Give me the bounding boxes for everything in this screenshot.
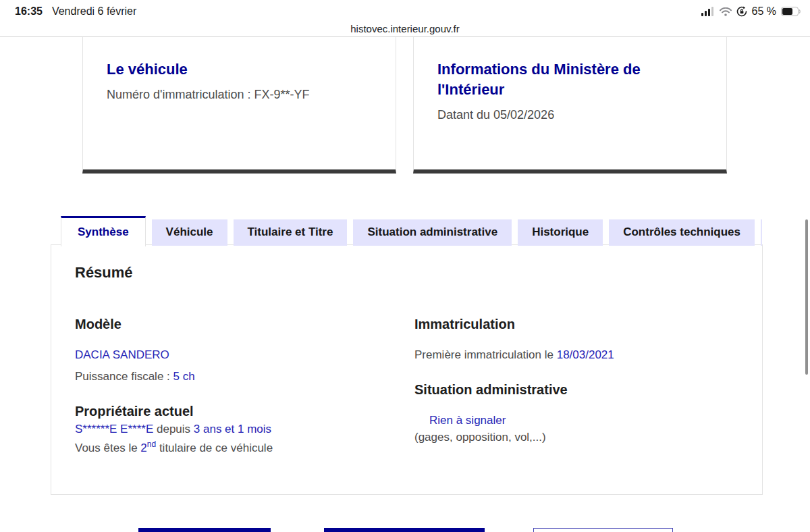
tab-historique[interactable]: Historique bbox=[518, 219, 603, 246]
synthese-panel: Résumé Modèle DACIA SANDERO Puissance fi… bbox=[51, 244, 763, 495]
fiscal-power-value: 5 ch bbox=[173, 370, 195, 383]
holder-suffix: titulaire de ce véhicule bbox=[156, 442, 273, 454]
tab-titulaire-et-titre[interactable]: Titulaire et Titre bbox=[234, 219, 348, 246]
vertical-scrollbar[interactable] bbox=[805, 219, 808, 375]
holder-ordinal-suffix: nd bbox=[147, 440, 156, 449]
ministry-card: Informations du Ministère de l'Intérieur… bbox=[413, 37, 727, 174]
vehicle-card-title: Le véhicule bbox=[107, 59, 372, 80]
owner-since-label: depuis bbox=[153, 423, 194, 435]
fiscal-power-label: Puissance fiscale : bbox=[75, 370, 173, 383]
owner-since-value: 3 ans et 1 mois bbox=[194, 423, 271, 435]
url-text: histovec.interieur.gouv.fr bbox=[350, 23, 459, 34]
battery-icon bbox=[781, 7, 801, 16]
registration-heading: Immatriculation bbox=[414, 317, 738, 332]
holder-prefix: Vous êtes le bbox=[75, 442, 140, 454]
first-registration-value: 18/03/2021 bbox=[557, 348, 614, 361]
admin-status-heading: Situation administrative bbox=[414, 382, 738, 398]
tab-situation-administrative[interactable]: Situation administrative bbox=[353, 219, 512, 246]
screen: 16:35 Vendredi 6 février bbox=[0, 0, 810, 532]
battery-percent: 65 % bbox=[752, 5, 776, 18]
first-registration-label: Première immatriculation le bbox=[414, 348, 557, 361]
tab-bar: Synthèse Véhicule Titulaire et Titre Sit… bbox=[61, 216, 762, 246]
status-date: Vendredi 6 février bbox=[52, 5, 136, 18]
wifi-icon bbox=[720, 7, 732, 16]
bottom-action-button-2[interactable] bbox=[324, 528, 485, 532]
admin-status-note: (gages, opposition, vol,...) bbox=[414, 431, 546, 444]
owner-masked-name: S******E E****E bbox=[75, 423, 153, 435]
cellular-signal-icon bbox=[701, 7, 715, 16]
tab-kilometrage-clipped[interactable]: Kil bbox=[761, 219, 762, 246]
vehicle-card: Le véhicule Numéro d'immatriculation : F… bbox=[82, 37, 396, 174]
browser-url-bar[interactable]: histovec.interieur.gouv.fr bbox=[0, 20, 810, 37]
summary-heading: Résumé bbox=[75, 264, 738, 282]
top-cards: Le véhicule Numéro d'immatriculation : F… bbox=[82, 37, 727, 174]
orientation-lock-icon bbox=[736, 6, 747, 17]
tab-controles-techniques[interactable]: Contrôles techniques bbox=[609, 219, 755, 246]
bottom-action-button-1[interactable] bbox=[138, 528, 271, 532]
admin-status-value: Rien à signaler bbox=[429, 414, 506, 427]
owner-heading: Propriétaire actuel bbox=[75, 404, 414, 419]
model-name: DACIA SANDERO bbox=[75, 348, 169, 361]
ministry-card-subtitle: Datant du 05/02/2026 bbox=[437, 108, 703, 122]
model-heading: Modèle bbox=[75, 317, 414, 332]
ministry-card-title: Informations du Ministère de l'Intérieur bbox=[437, 59, 660, 100]
status-time: 16:35 bbox=[15, 5, 43, 18]
tab-synthese[interactable]: Synthèse bbox=[61, 216, 146, 246]
tab-vehicule[interactable]: Véhicule bbox=[152, 219, 227, 246]
holder-ordinal: 2 bbox=[140, 442, 146, 454]
vehicle-card-subtitle: Numéro d'immatriculation : FX-9**-YF bbox=[107, 88, 372, 102]
bottom-action-button-3[interactable] bbox=[533, 528, 673, 532]
ios-status-bar: 16:35 Vendredi 6 février bbox=[0, 0, 810, 20]
